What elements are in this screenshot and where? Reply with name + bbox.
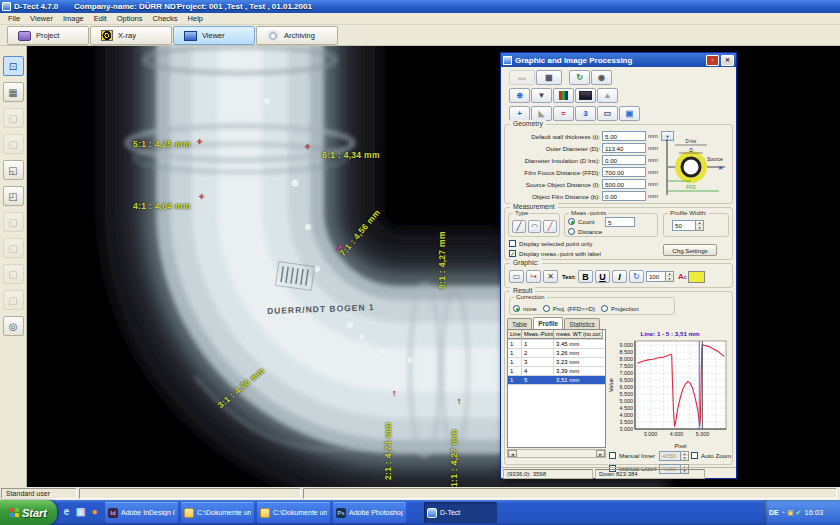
refresh-button[interactable]: ↻ xyxy=(569,70,590,85)
clock[interactable]: 16:03 xyxy=(804,508,823,517)
scroll-right-icon[interactable]: ► xyxy=(596,450,605,457)
field-label: Film Focus Distance (FFD): xyxy=(507,169,602,176)
checkbox-icon[interactable] xyxy=(609,452,616,459)
rotate-text-button[interactable]: ↻ xyxy=(629,270,644,283)
display-option-0[interactable]: Display selected point only xyxy=(509,239,601,248)
menu-options[interactable]: Options xyxy=(112,13,148,24)
distance-radio[interactable]: Distance xyxy=(568,227,602,236)
rgb-channels-button[interactable] xyxy=(553,88,574,103)
field-input[interactable]: 113.40 xyxy=(602,143,646,153)
line-measure-button[interactable]: ╱ xyxy=(512,220,526,233)
taskbar-task-1[interactable]: C:\Dokumente und Ei... xyxy=(181,502,254,523)
italic-button[interactable]: I xyxy=(612,270,627,283)
open-image-button[interactable]: ◱ xyxy=(3,160,24,180)
language-indicator[interactable]: DE xyxy=(769,509,779,516)
manual-inner-row[interactable]: Manual Inner4050▴▾ xyxy=(609,451,689,460)
tab-profile[interactable]: Profile xyxy=(533,317,563,329)
toolbar-project-button[interactable]: Project xyxy=(7,26,89,45)
measurement-table[interactable]: LineMeas.-Pointmeas. WT (no cor.)113,45 … xyxy=(507,329,606,448)
table-row[interactable]: 113,45 mm xyxy=(508,340,605,349)
relief-button[interactable]: ▲ xyxy=(597,88,618,103)
taskbar-task-3[interactable]: PsAdobe Photoshop CS... xyxy=(333,502,406,523)
menu-edit[interactable]: Edit xyxy=(89,13,112,24)
font-color-icon[interactable]: Ac xyxy=(678,272,687,281)
table-row[interactable]: 153,51 mm xyxy=(508,376,605,385)
update-tray-icon[interactable]: ▣ xyxy=(787,509,794,517)
dialog-titlebar[interactable]: Graphic and Image Processing ▫ ✕ xyxy=(501,53,736,67)
svg-text:Pixel: Pixel xyxy=(674,443,686,449)
angle-tool-button[interactable]: ◣ xyxy=(531,106,552,121)
profile-width-spinner[interactable]: 50 ▴▾ xyxy=(672,220,704,231)
table-hscrollbar[interactable]: ◄ ► xyxy=(507,449,606,458)
ie-icon[interactable]: e xyxy=(60,505,73,519)
color-swatch[interactable] xyxy=(688,271,705,283)
target-button[interactable]: ◎ xyxy=(3,316,24,336)
delete-graphic-button[interactable]: ✕ xyxy=(543,270,558,283)
save-button[interactable]: ▦ xyxy=(3,82,24,102)
table-row[interactable]: 133,23 mm xyxy=(508,358,605,367)
numbering-tool-button[interactable]: 3 xyxy=(575,106,596,121)
auto-zoom-box[interactable] xyxy=(691,452,698,459)
save-image-button[interactable]: ◰ xyxy=(3,186,24,206)
profile-tool-button[interactable]: ≈ xyxy=(553,106,574,121)
table-row[interactable]: 143,39 mm xyxy=(508,367,605,376)
tab-table[interactable]: Table xyxy=(507,318,532,329)
start-button[interactable]: Start xyxy=(0,500,57,525)
menu-viewer[interactable]: Viewer xyxy=(25,13,58,24)
film-positive-button[interactable]: ▦ xyxy=(536,70,562,85)
marker-measure-button[interactable]: ╱ xyxy=(543,220,557,233)
checkbox-icon[interactable] xyxy=(509,240,516,247)
zoom-in-button[interactable]: ⊕ xyxy=(509,88,530,103)
chg-settings-button[interactable]: Chg Settings xyxy=(663,244,717,256)
menu-help[interactable]: Help xyxy=(183,13,208,24)
correction-option-none[interactable]: none xyxy=(513,304,537,313)
field-input[interactable]: 0.00 xyxy=(602,191,646,201)
filter-funnel-button[interactable]: ▼ xyxy=(531,88,552,103)
pan-button[interactable]: + xyxy=(509,106,530,121)
viewer-mode-button[interactable]: ⊡ xyxy=(3,56,24,76)
clock-tray-icon[interactable]: ◔ xyxy=(781,509,785,517)
correction-option-projection[interactable]: Projection xyxy=(601,304,639,313)
show-desktop-icon[interactable]: ▣ xyxy=(74,505,87,519)
toolbar-archiving-button[interactable]: Archiving xyxy=(256,26,338,45)
field-input[interactable]: 0.00 xyxy=(602,155,646,165)
dock-button[interactable]: ▫ xyxy=(706,55,719,66)
network-tray-icon[interactable]: ✔ xyxy=(796,509,802,517)
shape-button[interactable]: ▭ xyxy=(509,270,524,283)
field-input[interactable]: 700.00 xyxy=(602,167,646,177)
tab-statistics[interactable]: Statistics xyxy=(564,318,600,329)
export-tool-button[interactable]: ▣ xyxy=(619,106,640,121)
field-input[interactable]: 500.00 xyxy=(602,179,646,189)
redo-button[interactable]: ↪ xyxy=(526,270,541,283)
field-input[interactable]: 5.00 xyxy=(602,131,646,141)
close-icon[interactable]: ✕ xyxy=(721,55,734,66)
distance-radio-circle[interactable] xyxy=(568,228,575,235)
menu-image[interactable]: Image xyxy=(58,13,89,24)
count-radio[interactable]: Count xyxy=(568,217,595,226)
display-option-1[interactable]: ✓Display meas.-point with label xyxy=(509,249,601,258)
taskbar-task-2[interactable]: C:\Dokumente und Ei... xyxy=(257,502,330,523)
toolbar-viewer-button[interactable]: Viewer xyxy=(173,26,255,45)
checkbox-icon[interactable]: ✓ xyxy=(509,250,516,257)
bold-button[interactable]: B xyxy=(578,270,593,283)
correction-option-projffdd[interactable]: Proj. (FFD>>D) xyxy=(543,304,595,313)
preview-search-button[interactable]: ◉ xyxy=(591,70,612,85)
taskbar-task-0[interactable]: IdAdobe InDesign CS3 xyxy=(105,502,178,523)
firefox-icon[interactable]: ● xyxy=(88,505,101,519)
count-input[interactable]: 5 xyxy=(605,217,635,227)
spin-down-icon[interactable]: ▾ xyxy=(696,226,703,231)
table-row[interactable]: 123,26 mm xyxy=(508,349,605,358)
tool-disabled-4: ▢ xyxy=(3,238,24,258)
font-size-spinner[interactable]: 100 ▴▾ xyxy=(646,271,674,282)
auto-zoom-checkbox[interactable]: Auto Zoom xyxy=(691,451,731,460)
arc-measure-button[interactable]: ◠ xyxy=(528,220,542,233)
display-tool-button[interactable]: ▭ xyxy=(597,106,618,121)
count-radio-circle[interactable] xyxy=(568,218,575,225)
taskbar-task-4[interactable]: D-Tect xyxy=(424,502,497,523)
toolbar-xray-button[interactable]: X-ray xyxy=(90,26,172,45)
menu-checks[interactable]: Checks xyxy=(148,13,183,24)
menu-file[interactable]: File xyxy=(3,13,25,24)
underline-button[interactable]: U xyxy=(595,270,610,283)
scroll-left-icon[interactable]: ◄ xyxy=(508,450,517,457)
histogram-button[interactable] xyxy=(575,88,596,103)
